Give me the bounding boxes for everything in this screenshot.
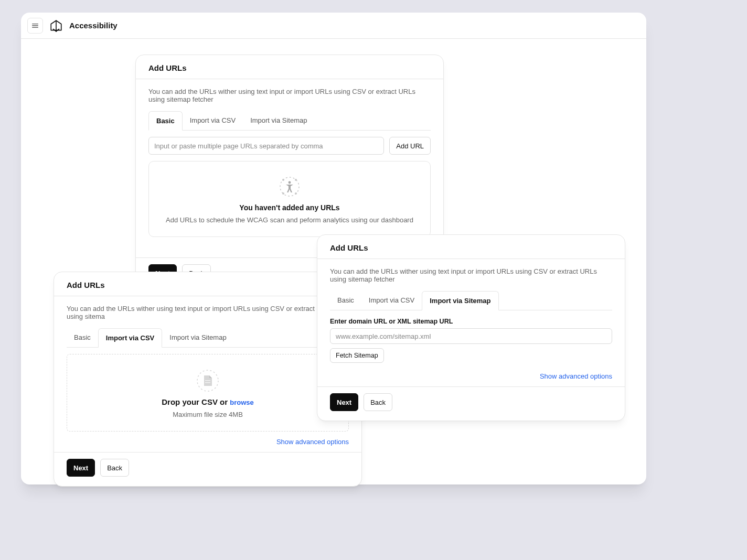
file-icon: [196, 369, 219, 392]
dropzone-sub: Maximum file size 4MB: [78, 411, 338, 418]
card-title: Add URLs: [148, 63, 431, 72]
tab-import-sitemap[interactable]: Import via Sitemap: [422, 291, 498, 310]
tab-import-sitemap[interactable]: Import via Sitemap: [243, 111, 314, 131]
svg-rect-10: [205, 380, 210, 381]
app-title: Accessibility: [69, 21, 118, 30]
svg-point-7: [295, 192, 297, 195]
card-subtitle: You can add the URLs wither using text i…: [148, 88, 431, 103]
workspace: Add URLs You can add the URLs wither usi…: [21, 39, 646, 484]
tab-basic[interactable]: Basic: [67, 328, 98, 348]
svg-point-4: [282, 179, 284, 181]
app-shell: Accessibility Add URLs You can add the U…: [21, 13, 646, 484]
back-button[interactable]: Back: [100, 459, 129, 477]
tabs: Basic Import via CSV Import via Sitemap: [67, 328, 349, 348]
fetch-sitemap-button[interactable]: Fetch Sitemap: [330, 348, 384, 363]
back-button[interactable]: Back: [364, 393, 392, 411]
empty-title: You haven't added any URLs: [159, 203, 420, 212]
show-advanced-link[interactable]: Show advanced options: [540, 372, 612, 380]
app-header: Accessibility: [21, 13, 646, 39]
app-logo-icon: [49, 19, 63, 33]
urls-input[interactable]: [148, 137, 384, 155]
add-url-button[interactable]: Add URL: [389, 137, 431, 155]
sitemap-field-label: Enter domain URL or XML sitemap URL: [330, 318, 612, 325]
tab-import-csv[interactable]: Import via CSV: [183, 111, 243, 131]
tab-basic[interactable]: Basic: [148, 111, 183, 131]
show-advanced-link[interactable]: Show advanced options: [276, 438, 349, 446]
card-title: Add URLs: [67, 281, 349, 289]
csv-dropzone[interactable]: Drop your CSV or browse Maximum file siz…: [67, 354, 349, 432]
tab-import-csv[interactable]: Import via CSV: [98, 328, 162, 348]
svg-point-8: [289, 181, 291, 184]
menu-button[interactable]: [27, 18, 43, 34]
tab-import-csv[interactable]: Import via CSV: [361, 291, 422, 310]
svg-rect-11: [205, 382, 210, 383]
next-button[interactable]: Next: [330, 393, 358, 411]
svg-point-6: [282, 192, 284, 195]
empty-state: You haven't added any URLs Add URLs to s…: [148, 161, 431, 237]
card-add-urls-csv: Add URLs You can add the URLs wither usi…: [54, 272, 362, 487]
tabs: Basic Import via CSV Import via Sitemap: [148, 111, 431, 131]
card-add-urls-sitemap: Add URLs You can add the URLs wither usi…: [317, 234, 625, 421]
tab-import-sitemap[interactable]: Import via Sitemap: [162, 328, 233, 348]
dropzone-text: Drop your CSV or browse: [78, 397, 338, 406]
menu-icon: [31, 21, 39, 30]
sitemap-url-input[interactable]: [330, 328, 612, 344]
svg-point-5: [295, 179, 297, 181]
empty-subtitle: Add URLs to schedule the WCAG scan and p…: [159, 216, 420, 224]
card-subtitle: You can add the URLs wither using text i…: [67, 305, 349, 320]
tab-basic[interactable]: Basic: [330, 291, 361, 310]
browse-link[interactable]: browse: [230, 399, 254, 406]
accessibility-icon: [279, 176, 300, 197]
next-button[interactable]: Next: [67, 459, 95, 477]
tabs: Basic Import via CSV Import via Sitemap: [330, 290, 612, 310]
card-subtitle: You can add the URLs wither using text i…: [330, 267, 612, 283]
card-title: Add URLs: [330, 243, 612, 252]
